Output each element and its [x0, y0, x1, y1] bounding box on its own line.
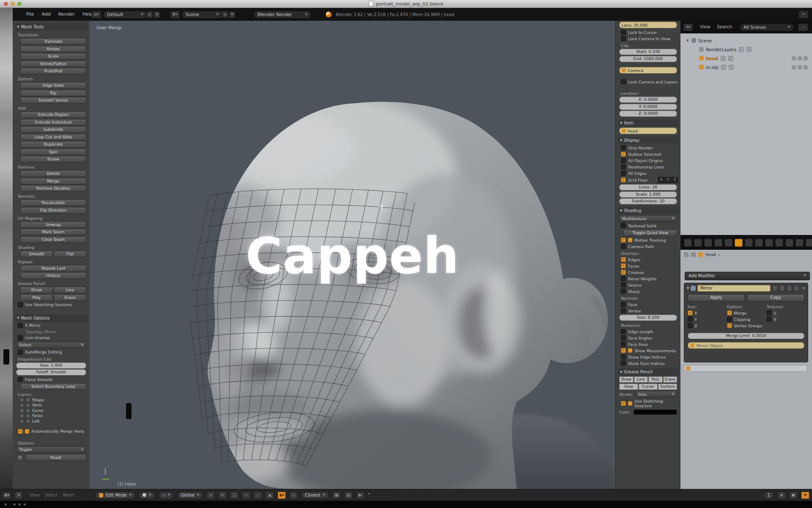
toolshelf-btn-rotate[interactable]: Rotate: [20, 46, 86, 52]
npanel-head-display[interactable]: ▼Display: [618, 137, 679, 144]
tab-particles[interactable]: [775, 239, 783, 247]
npanel-button-poly[interactable]: Poly: [648, 376, 663, 383]
checkbox[interactable]: [688, 317, 693, 322]
outliner-display-dropdown[interactable]: All Scenes▼: [740, 23, 794, 31]
toolshelf-btn-mark-seam[interactable]: Mark Seam: [20, 229, 86, 235]
toolshelf-btn-rip[interactable]: Rip: [20, 90, 86, 97]
layer-toggle[interactable]: [383, 493, 385, 495]
toolshelf-iconlist-latt[interactable]: Latt: [19, 419, 87, 423]
npanel-chk-camera-path[interactable]: Camera Path: [621, 244, 678, 249]
toolshelf-head-mesh-options[interactable]: ▼Mesh Options: [15, 315, 88, 322]
toolshelf-button-flat[interactable]: Flat: [54, 251, 86, 257]
npanel-fieldy-head[interactable]: head: [619, 127, 677, 134]
checkbox[interactable]: ✓: [621, 270, 626, 275]
snap-target-icon[interactable]: ▦: [332, 491, 341, 499]
checkbox[interactable]: [621, 244, 626, 249]
screen-layout-dropdown[interactable]: Default▼: [103, 11, 147, 19]
npanel-button-line[interactable]: Line: [634, 376, 648, 383]
layer-toggle[interactable]: [388, 493, 390, 495]
modifier-option-vertex-groups[interactable]: ✓Vertex Groups: [727, 323, 765, 328]
npanel-field-z-0-0000[interactable]: Z: 0.0000: [619, 110, 677, 117]
checkbox[interactable]: ✓: [621, 263, 626, 268]
npanel-iconchk-motion-tracking[interactable]: ✓Motion Tracking: [621, 237, 678, 243]
visibility-eye-icon[interactable]: [792, 65, 796, 69]
copy-button[interactable]: Copy: [747, 294, 804, 301]
merge-limit-slider[interactable]: Merge Limit: 0.0010: [688, 333, 804, 339]
checkbox[interactable]: ✓: [621, 401, 626, 406]
checkbox[interactable]: [621, 289, 626, 294]
list-icon[interactable]: [19, 408, 24, 413]
selectable-arrow-icon[interactable]: [798, 56, 802, 61]
toolshelf-iconlist-verts[interactable]: Verts: [19, 403, 87, 408]
toolshelf-iconlist-curve[interactable]: Curve: [19, 408, 87, 413]
npanel-field-size-0-100[interactable]: Size: 0.100: [619, 315, 677, 321]
toolshelf-btn-recalculate[interactable]: Recalculate: [20, 199, 86, 206]
scene-dropdown[interactable]: Scene▼: [182, 11, 222, 19]
viewport-menu-view[interactable]: View: [30, 493, 40, 497]
npanel-head-item[interactable]: ▼Item: [618, 119, 679, 127]
modifier-option-clipping[interactable]: Clipping: [727, 317, 765, 322]
outliner-view-menu[interactable]: View: [700, 24, 710, 29]
viewport-shading-dropdown[interactable]: ▼: [139, 491, 155, 499]
checkbox[interactable]: [767, 310, 772, 315]
outliner-item-head[interactable]: head: [680, 54, 812, 63]
toolshelf-btn-shrink-fatten[interactable]: Shrink/Fatten: [20, 61, 86, 67]
tab-object[interactable]: [714, 239, 722, 247]
npanel-chk-face-angles[interactable]: Face Angles: [621, 335, 678, 340]
add-layout-button[interactable]: +: [146, 11, 153, 18]
toolshelf-chk-use-sketching-sessions[interactable]: Use Sketching Sessions: [18, 302, 87, 307]
npanel-gridrow-grid-floor[interactable]: ✓Grid FloorXYZ: [621, 177, 678, 183]
layer-toggle[interactable]: [381, 495, 383, 497]
npanel-fieldy-lens-35-000[interactable]: Lens: 35.000: [619, 22, 677, 28]
pivot-point-dropdown[interactable]: ◇ ▼: [159, 491, 174, 499]
tab-constraints[interactable]: [724, 239, 732, 247]
checkbox[interactable]: [621, 36, 626, 41]
modifier-option-u[interactable]: U: [767, 310, 804, 315]
checkbox[interactable]: [18, 302, 23, 307]
npanel-dropdown-axis[interactable]: Axis▼: [635, 391, 677, 398]
manipulator-rotate-icon[interactable]: ↻: [218, 491, 227, 499]
list-icon[interactable]: [26, 414, 30, 418]
npanel-field-start-0-100[interactable]: Start: 0.100: [619, 49, 677, 55]
checkbox[interactable]: [621, 282, 626, 287]
cage-toggle[interactable]: [794, 285, 799, 291]
menu-file[interactable]: File: [26, 11, 34, 17]
toolshelf-drop-select[interactable]: Select▼: [16, 342, 86, 348]
toolshelf-chk-x-mirror[interactable]: X Mirror: [18, 323, 87, 328]
npanel-chk-face-area[interactable]: Face Area: [621, 342, 678, 347]
tab-world[interactable]: [704, 239, 712, 247]
npanel-chk-faces[interactable]: ✓Faces: [621, 263, 678, 268]
layer-toggle[interactable]: [378, 495, 380, 497]
record-icon[interactable]: ●: [789, 491, 798, 499]
npanel-chk-bevel-weights[interactable]: Bevel Weights: [621, 276, 678, 281]
toolshelf-btn-spin[interactable]: Spin: [20, 149, 86, 155]
list-icon[interactable]: [19, 419, 24, 423]
toolshelf-btn-push-pull[interactable]: Push/Pull: [20, 68, 86, 75]
menu-add[interactable]: Add: [41, 11, 50, 17]
toolshelf-drop-toggle[interactable]: Toggle▼: [16, 446, 86, 453]
checkbox[interactable]: [621, 164, 626, 169]
npanel-chk-all-object-origins[interactable]: All Object Origins: [621, 158, 678, 163]
face-select-icon[interactable]: ▲: [266, 491, 274, 499]
tab-texture[interactable]: [765, 239, 773, 247]
modifier-option-v[interactable]: V: [767, 317, 804, 322]
modifier-option-z[interactable]: Z: [688, 323, 725, 328]
toolshelf-btn-edge-slide[interactable]: Edge Slide: [20, 82, 86, 89]
npanel-button-view[interactable]: View: [619, 384, 638, 390]
list-icon[interactable]: [19, 403, 24, 408]
npanel-axis-y[interactable]: Y: [665, 177, 671, 183]
layer-toggle[interactable]: [391, 493, 393, 495]
scene-icon[interactable]: ◩▾: [170, 11, 180, 19]
toolshelf-iconlist-faces[interactable]: Faces: [19, 414, 87, 418]
npanel-chk-face[interactable]: Face: [621, 302, 678, 307]
toolshelf-button-line[interactable]: Line: [54, 287, 86, 293]
mirror-object-field[interactable]: Mirror Object: [688, 342, 804, 349]
checkbox[interactable]: ✓: [621, 152, 626, 157]
visibility-eye-icon[interactable]: [792, 56, 796, 61]
tab-render[interactable]: [684, 239, 692, 247]
apply-button[interactable]: Apply: [688, 294, 745, 301]
checkbox[interactable]: ✓: [727, 323, 732, 328]
npanel-field-y-0-0000[interactable]: Y: 0.0000: [619, 104, 677, 110]
toolshelf-btn-translate[interactable]: Translate: [20, 38, 86, 45]
outliner-filter-icon[interactable]: ⌕: [798, 23, 808, 31]
